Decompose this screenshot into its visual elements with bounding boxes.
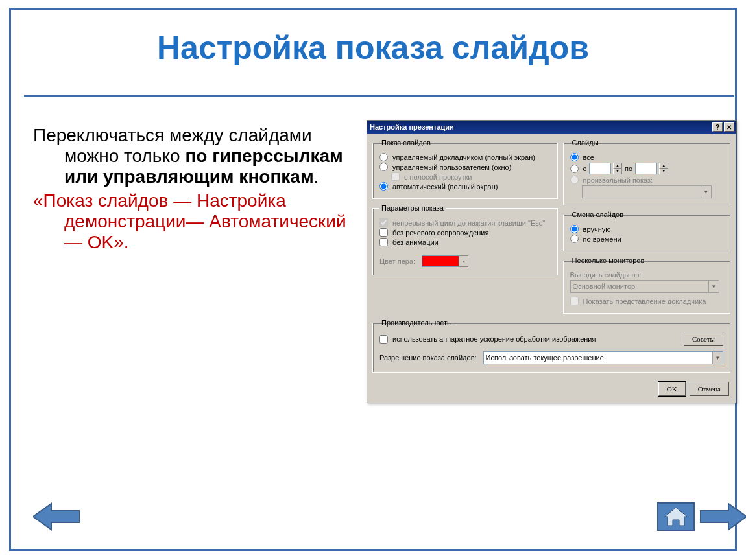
- radio-custom: произвольный показ:: [570, 176, 723, 184]
- legend-perf: Производительность: [379, 319, 453, 327]
- group-slides: Слайды все с ▲▼ по ▲▼ произвольный показ…: [563, 139, 730, 205]
- radio-kiosk[interactable]: автоматический (полный экран): [379, 182, 551, 191]
- resolution-label: Разрешение показа слайдов:: [379, 354, 477, 362]
- radio-range[interactable]: с ▲▼ по ▲▼: [570, 163, 723, 174]
- group-show-type: Показ слайдов управляемый докладчиком (п…: [372, 139, 558, 199]
- check-scrollbar: с полосой прокрутки: [391, 172, 551, 181]
- svg-marker-3: [700, 504, 746, 530]
- radio-presenter[interactable]: управляемый докладчиком (полный экран): [379, 153, 551, 161]
- resolution-combo[interactable]: Использовать текущее разрешение: [483, 351, 723, 364]
- group-advance: Смена слайдов вручную по времени: [563, 211, 730, 251]
- ok-button[interactable]: OK: [658, 382, 686, 396]
- check-presenter-view: Показать представление докладчика: [570, 297, 723, 305]
- cancel-button[interactable]: Отмена: [690, 382, 729, 396]
- check-no-narration[interactable]: без речевого сопровождения: [379, 228, 551, 237]
- legend-advance: Смена слайдов: [570, 211, 625, 218]
- radio-browsed[interactable]: управляемый пользователем (окно): [379, 163, 551, 171]
- pen-dropdown-icon[interactable]: [459, 255, 468, 267]
- para1-tail: .: [314, 167, 319, 187]
- title-rule: [24, 95, 734, 97]
- legend-show: Показ слайдов: [379, 139, 433, 146]
- dialog-titlebar[interactable]: Настройка презентации ? ✕: [367, 121, 736, 134]
- legend-monitors: Несколько мониторов: [570, 257, 647, 264]
- pen-label: Цвет пера:: [379, 257, 415, 265]
- monitor-combo: Основной монитор: [570, 280, 719, 293]
- pen-swatch: [422, 255, 459, 267]
- group-options: Параметры показа непрерывный цикл до наж…: [372, 204, 558, 275]
- next-arrow[interactable]: [700, 502, 746, 531]
- legend-slides: Слайды: [570, 139, 601, 146]
- check-hw-accel[interactable]: использовать аппаратное ускорение обрабо…: [379, 335, 596, 344]
- check-no-animation[interactable]: без анимации: [379, 238, 551, 246]
- prev-arrow[interactable]: [33, 502, 80, 531]
- body-text: Переключаться между слайдами можно тольк…: [33, 125, 348, 255]
- slide-title: Настройка показа слайдов: [11, 29, 735, 67]
- display-on-label: Выводить слайды на:: [570, 271, 723, 279]
- svg-marker-0: [33, 504, 80, 530]
- group-monitors: Несколько мониторов Выводить слайды на: …: [563, 257, 730, 314]
- tips-button[interactable]: Советы: [684, 332, 723, 346]
- pen-color-picker[interactable]: [422, 255, 468, 267]
- legend-options: Параметры показа: [379, 204, 446, 212]
- slide-frame: Настройка показа слайдов Переключаться м…: [9, 8, 737, 551]
- radio-manual[interactable]: вручную: [570, 225, 723, 233]
- check-loop: непрерывный цикл до нажатия клавиши "Esc…: [379, 218, 551, 227]
- custom-show-combo: [582, 185, 712, 198]
- radio-all[interactable]: все: [570, 153, 723, 161]
- home-button[interactable]: [657, 502, 695, 531]
- group-performance: Производительность использовать аппаратн…: [372, 319, 730, 373]
- para2: «Показ слайдов — Настройка демонстрации—…: [33, 191, 348, 253]
- dialog-footer: OK Отмена: [367, 378, 736, 402]
- to-input[interactable]: [635, 163, 657, 174]
- close-button[interactable]: ✕: [724, 122, 734, 132]
- dialog-title: Настройка презентации: [370, 123, 454, 131]
- setup-dialog: Настройка презентации ? ✕ Показ слайдов …: [367, 120, 736, 403]
- help-button[interactable]: ?: [712, 122, 723, 132]
- radio-timings[interactable]: по времени: [570, 235, 723, 243]
- from-input[interactable]: [589, 163, 611, 174]
